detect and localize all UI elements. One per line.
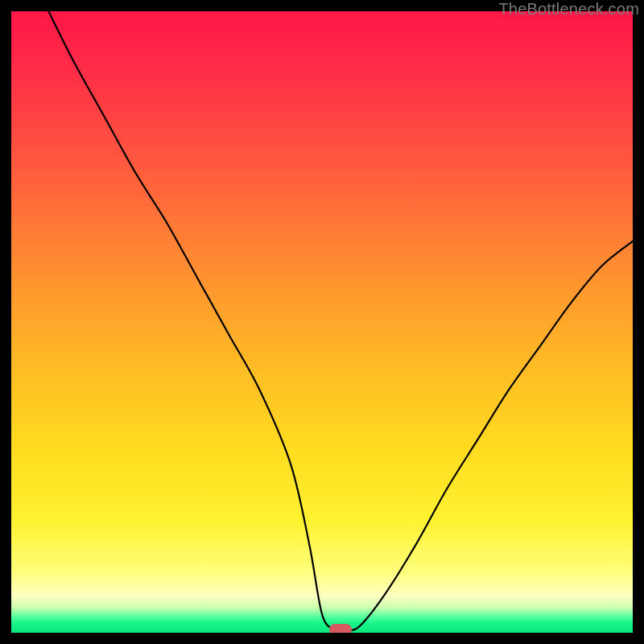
optimal-marker [329,624,352,633]
watermark-text: TheBottleneck.com [498,0,639,19]
chart-frame: TheBottleneck.com [0,0,644,644]
curve-layer [11,11,633,633]
bottleneck-curve [48,11,633,631]
plot-area [11,11,633,633]
